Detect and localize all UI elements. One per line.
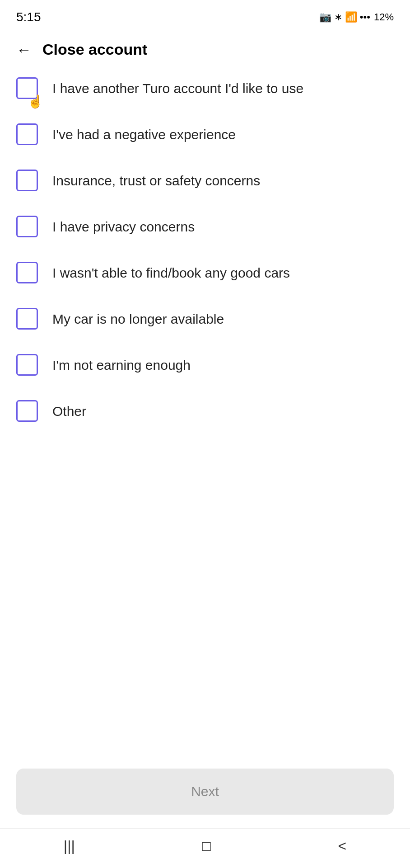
content-area: ☝I have another Turo account I'd like to… <box>0 67 410 760</box>
checkbox-wrapper-6 <box>16 308 40 331</box>
checkbox-wrapper-2 <box>16 123 40 147</box>
list-item: Insurance, trust or safety concerns <box>16 169 394 193</box>
battery-text: 12% <box>374 11 394 23</box>
checkbox-label-4: I have privacy concerns <box>52 215 195 236</box>
checkbox-label-8: Other <box>52 399 86 421</box>
list-item: I wasn't able to find/book any good cars <box>16 261 394 285</box>
back-button[interactable]: ← <box>16 42 32 57</box>
checkbox-wrapper-1: ☝ <box>16 77 40 101</box>
status-icons: 📷 ∗ 📶 ••• 12% <box>319 11 394 23</box>
back-nav-icon[interactable]: < <box>338 838 346 854</box>
checkbox-label-6: My car is no longer available <box>52 307 224 329</box>
bottom-nav: ||| □ < <box>0 828 410 868</box>
header: ← Close account <box>0 32 410 67</box>
checkbox-label-3: Insurance, trust or safety concerns <box>52 169 260 190</box>
checkbox-1[interactable] <box>16 77 38 99</box>
checkbox-label-5: I wasn't able to find/book any good cars <box>52 261 290 283</box>
list-item: I've had a negative experience <box>16 123 394 147</box>
checkbox-wrapper-8 <box>16 400 40 424</box>
list-item: My car is no longer available <box>16 307 394 331</box>
checkbox-5[interactable] <box>16 262 38 283</box>
checkbox-2[interactable] <box>16 123 38 145</box>
checkbox-3[interactable] <box>16 170 38 191</box>
list-item: ☝I have another Turo account I'd like to… <box>16 76 394 101</box>
checkbox-label-1: I have another Turo account I'd like to … <box>52 76 303 98</box>
page-title: Close account <box>42 41 147 58</box>
checkbox-wrapper-5 <box>16 262 40 285</box>
checkbox-wrapper-3 <box>16 170 40 193</box>
checkbox-label-2: I've had a negative experience <box>52 123 236 144</box>
list-item: Other <box>16 399 394 424</box>
list-item: I'm not earning enough <box>16 353 394 377</box>
checkbox-4[interactable] <box>16 216 38 237</box>
checkbox-label-7: I'm not earning enough <box>52 353 191 375</box>
bluetooth-icon: 📷 ∗ 📶 ••• <box>319 11 370 23</box>
checkbox-7[interactable] <box>16 354 38 376</box>
status-time: 5:15 <box>16 10 41 24</box>
list-item: I have privacy concerns <box>16 215 394 239</box>
checkbox-wrapper-4 <box>16 216 40 239</box>
checkbox-8[interactable] <box>16 400 38 422</box>
recent-apps-icon[interactable]: ||| <box>64 838 75 854</box>
status-bar: 5:15 📷 ∗ 📶 ••• 12% <box>0 0 410 32</box>
home-icon[interactable]: □ <box>202 838 210 854</box>
next-button[interactable]: Next <box>16 769 394 815</box>
bottom-area: Next <box>0 760 410 828</box>
checkbox-wrapper-7 <box>16 354 40 377</box>
checkbox-6[interactable] <box>16 308 38 330</box>
